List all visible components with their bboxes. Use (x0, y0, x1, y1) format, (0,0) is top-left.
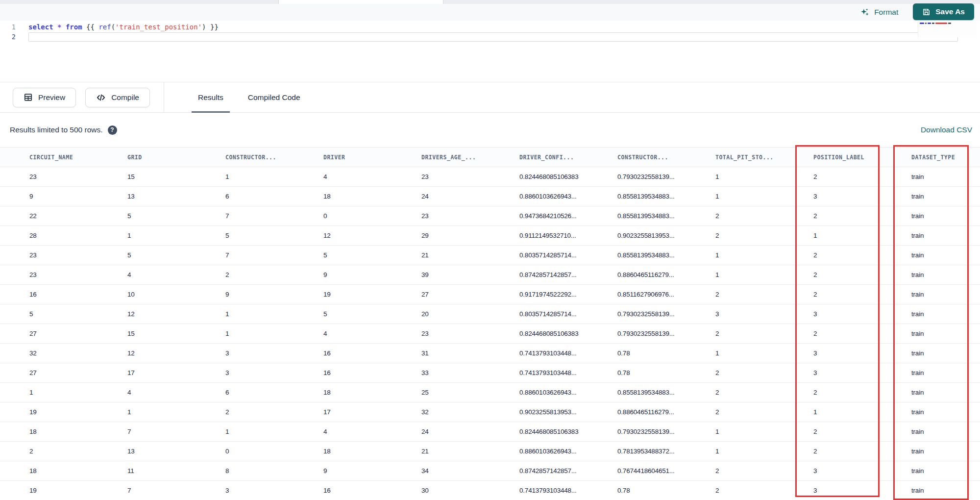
table-cell: 1 (0, 383, 98, 402)
table-cell: 1 (784, 226, 882, 246)
table-cell: 18 (294, 383, 392, 402)
line-number: 2 (0, 32, 20, 42)
code-line[interactable]: 2 (0, 32, 980, 42)
table-row: 3212316310.7413793103448...0.7813train (0, 344, 980, 363)
table-cell: 1 (196, 324, 294, 344)
table-row: 14618250.8860103626943...0.8558139534883… (0, 383, 980, 402)
results-meta-bar: Results limited to 500 rows. ? Download … (0, 113, 980, 147)
panel-toolbar: Preview Compile ResultsCompiled Code (0, 82, 980, 113)
table-cell: 0.824468085106383 (490, 422, 588, 442)
table-cell: 25 (392, 383, 490, 402)
tab-compiled-code[interactable]: Compiled Code (236, 82, 313, 113)
table-row: 23575210.8035714285714...0.8558139534883… (0, 246, 980, 265)
table-row: 2717316330.7413793103448...0.7823train (0, 363, 980, 383)
table-cell: train (882, 383, 980, 402)
table-cell: 21 (392, 246, 490, 265)
code-line[interactable]: 1select * from {{ ref('train_test_positi… (0, 23, 980, 32)
table-cell: 4 (294, 324, 392, 344)
table-cell: 0.8511627906976... (588, 285, 686, 304)
results-table-wrap: CIRCUIT_NAMEGRIDCONSTRUCTOR...DRIVERDRIV… (0, 147, 980, 500)
preview-label: Preview (38, 93, 65, 102)
table-cell: 2 (0, 442, 98, 461)
active-file-tab[interactable] (278, 0, 443, 4)
table-cell: 1 (686, 265, 784, 285)
table-cell: 0.7813953488372... (588, 442, 686, 461)
table-cell: 29 (392, 226, 490, 246)
preview-button[interactable]: Preview (13, 88, 76, 107)
table-cell: train (882, 344, 980, 363)
sparkles-icon (860, 7, 870, 17)
table-cell: 2 (686, 402, 784, 422)
minimap-code-line (918, 22, 977, 24)
column-header: DRIVER_CONFI... (490, 148, 588, 167)
code-lines: 1select * from {{ ref('train_test_positi… (0, 23, 980, 42)
table-cell: 17 (294, 402, 392, 422)
table-cell: train (882, 461, 980, 481)
table-cell: 23 (0, 167, 98, 187)
table-row: 271514230.8244680851063830.7930232558139… (0, 324, 980, 344)
table-cell: 1 (98, 226, 196, 246)
table-cell: train (882, 206, 980, 226)
table-cell: 0.7930232558139... (588, 167, 686, 187)
column-header: DRIVER (294, 148, 392, 167)
compile-label: Compile (111, 93, 139, 102)
table-cell: 5 (196, 226, 294, 246)
tab-results[interactable]: Results (186, 82, 236, 113)
table-cell: 12 (98, 344, 196, 363)
sql-editor[interactable]: 1select * from {{ ref('train_test_positi… (0, 21, 980, 82)
table-cell: 23 (0, 265, 98, 285)
table-cell: 0.7930232558139... (588, 422, 686, 442)
table-cell: train (882, 246, 980, 265)
table-cell: 0.8742857142857... (490, 265, 588, 285)
table-row: 281512290.9112149532710...0.902325581395… (0, 226, 980, 246)
table-cell: 0.8558139534883... (588, 246, 686, 265)
table-cell: 1 (686, 442, 784, 461)
code-text[interactable]: select * from {{ ref('train_test_positio… (20, 23, 980, 32)
table-cell: train (882, 304, 980, 324)
table-cell: 33 (392, 363, 490, 383)
compile-button[interactable]: Compile (85, 88, 150, 107)
table-cell: train (882, 226, 980, 246)
table-cell: 9 (0, 187, 98, 206)
table-row: 18714240.8244680851063830.7930232558139.… (0, 422, 980, 442)
table-cell: 7 (98, 481, 196, 500)
table-cell: 16 (294, 363, 392, 383)
editor-minimap[interactable] (918, 22, 977, 37)
table-cell: 2 (784, 206, 882, 226)
column-header: GRID (98, 148, 196, 167)
table-cell: 0.78 (588, 481, 686, 500)
help-icon[interactable]: ? (108, 125, 117, 135)
table-cell: 3 (784, 187, 882, 206)
table-row: 213018210.8860103626943...0.781395348837… (0, 442, 980, 461)
table-cell: 2 (686, 461, 784, 481)
table-cell: 0.9023255813953... (490, 402, 588, 422)
file-tab-strip[interactable] (0, 0, 980, 4)
table-cell: 0.8860465116279... (588, 402, 686, 422)
table-cell: train (882, 481, 980, 500)
table-cell: 0.7413793103448... (490, 363, 588, 383)
format-button[interactable]: Format (860, 7, 898, 17)
table-cell: 19 (0, 402, 98, 422)
table-cell: 2 (686, 226, 784, 246)
table-cell: 30 (392, 481, 490, 500)
table-cell: 23 (392, 167, 490, 187)
save-as-button[interactable]: Save As (913, 3, 974, 20)
download-csv-link[interactable]: Download CSV (921, 125, 972, 134)
table-cell: 0.8860103626943... (490, 442, 588, 461)
table-cell: 1 (686, 167, 784, 187)
table-cell: 2 (686, 206, 784, 226)
table-cell: 39 (392, 265, 490, 285)
table-grid-icon (24, 93, 33, 102)
table-cell: 0.8558139534883... (588, 383, 686, 402)
results-table-body: 231514230.8244680851063830.7930232558139… (0, 167, 980, 500)
code-text[interactable] (28, 32, 958, 42)
table-row: 1610919270.9171974522292...0.85116279069… (0, 285, 980, 304)
table-cell: 1 (196, 304, 294, 324)
table-cell: 0.9023255813953... (588, 226, 686, 246)
table-cell: 2 (784, 285, 882, 304)
table-cell: 13 (98, 442, 196, 461)
table-cell: 16 (294, 481, 392, 500)
table-cell: 0.9473684210526... (490, 206, 588, 226)
table-cell: 21 (392, 442, 490, 461)
table-cell: 27 (0, 324, 98, 344)
